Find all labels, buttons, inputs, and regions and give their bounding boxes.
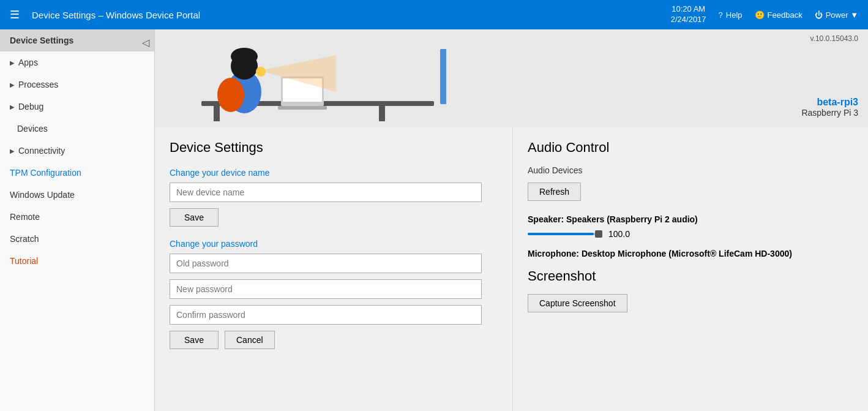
topbar: ☰ Device Settings – Windows Device Porta…: [0, 0, 868, 29]
hero-banner: v.10.0.15043.0: [155, 29, 868, 127]
sidebar-label: Scratch: [10, 234, 39, 244]
new-password-input[interactable]: [170, 279, 482, 299]
sidebar-item-scratch[interactable]: Scratch: [0, 228, 154, 250]
volume-slider[interactable]: [528, 233, 601, 235]
svg-point-5: [231, 48, 258, 65]
sidebar-label: Device Settings: [10, 36, 73, 45]
microphone-label: Microphone: Desktop Microphone (Microsof…: [528, 249, 853, 258]
sidebar-label: Processes: [18, 80, 58, 89]
screenshot-section: Screenshot Capture Screenshot: [528, 268, 853, 312]
device-name: beta-rpi3: [801, 97, 858, 108]
save-password-button[interactable]: Save: [170, 331, 219, 349]
new-device-name-input[interactable]: [170, 183, 482, 202]
help-button[interactable]: ? Help: [719, 10, 743, 20]
arrow-icon: ▶: [10, 81, 15, 88]
sidebar-item-debug[interactable]: ▶ Debug: [0, 96, 154, 118]
volume-value: 100.0: [608, 229, 630, 239]
sidebar-item-windows-update[interactable]: Windows Update: [0, 184, 154, 206]
svg-rect-10: [440, 49, 446, 104]
sidebar-item-tpm[interactable]: TPM Configuration: [0, 162, 154, 184]
save-name-button[interactable]: Save: [170, 208, 219, 227]
sidebar-label: Debug: [18, 102, 43, 111]
svg-rect-1: [214, 106, 220, 121]
sidebar-label: Connectivity: [18, 146, 65, 156]
sidebar-item-tutorial[interactable]: Tutorial: [0, 250, 154, 272]
change-name-label: Change your device name: [170, 168, 498, 178]
window-title: Device Settings – Windows Device Portal: [32, 10, 664, 20]
sidebar: ◁ Device Settings ▶ Apps ▶ Processes ▶ D…: [0, 29, 155, 411]
volume-control: 100.0: [528, 229, 853, 239]
power-button[interactable]: ⏻ Power ▼: [815, 10, 858, 20]
audio-heading: Audio Control: [528, 140, 853, 156]
volume-slider-fill: [528, 233, 594, 235]
svg-point-24: [256, 67, 266, 77]
sidebar-label: Devices: [17, 124, 48, 134]
help-icon: ?: [719, 10, 723, 20]
device-settings-form: Device Settings Change your device name …: [155, 127, 513, 411]
arrow-icon: ▶: [10, 59, 15, 66]
sidebar-label: TPM Configuration: [10, 168, 81, 178]
sidebar-label: Apps: [18, 58, 38, 67]
topbar-right: 10:20 AM 2/24/2017 ? Help 🙂 Feedback ⏻ P…: [671, 4, 858, 25]
sidebar-label: Windows Update: [10, 190, 75, 200]
old-password-input[interactable]: [170, 254, 482, 273]
device-model: Raspberry Pi 3: [801, 108, 858, 118]
capture-screenshot-button[interactable]: Capture Screenshot: [528, 294, 627, 312]
sidebar-label: Tutorial: [10, 256, 38, 266]
svg-rect-2: [379, 106, 385, 121]
sidebar-item-device-settings[interactable]: Device Settings: [0, 29, 154, 51]
audio-screenshot-panel: Audio Control Audio Devices Refresh Spea…: [513, 127, 868, 411]
feedback-button[interactable]: 🙂 Feedback: [755, 10, 803, 20]
sidebar-collapse-button[interactable]: ◁: [137, 34, 154, 51]
sidebar-item-devices[interactable]: Devices: [0, 118, 154, 140]
cancel-password-button[interactable]: Cancel: [225, 331, 275, 349]
feedback-icon: 🙂: [755, 10, 765, 20]
menu-icon[interactable]: ☰: [10, 8, 20, 21]
sidebar-item-processes[interactable]: ▶ Processes: [0, 74, 154, 96]
refresh-button[interactable]: Refresh: [528, 183, 581, 201]
hero-device-info: beta-rpi3 Raspberry Pi 3: [801, 97, 858, 123]
sidebar-label: Remote: [10, 212, 40, 222]
volume-slider-thumb[interactable]: [595, 230, 602, 238]
svg-rect-9: [278, 106, 327, 110]
date-display: 2/24/2017: [671, 15, 706, 25]
arrow-icon: ▶: [10, 104, 15, 110]
sidebar-item-remote[interactable]: Remote: [0, 206, 154, 228]
sidebar-item-apps[interactable]: ▶ Apps: [0, 51, 154, 74]
hero-illustration: [165, 31, 446, 123]
arrow-icon: ▶: [10, 148, 15, 154]
version-label: v.10.0.15043.0: [810, 34, 858, 43]
svg-point-6: [217, 78, 244, 112]
speaker-label: Speaker: Speakers (Raspberry Pi 2 audio): [528, 214, 853, 224]
time-display: 10:20 AM: [671, 4, 706, 15]
change-password-label: Change your password: [170, 239, 498, 249]
sidebar-item-connectivity[interactable]: ▶ Connectivity: [0, 140, 154, 162]
audio-devices-label: Audio Devices: [528, 165, 853, 175]
screenshot-heading: Screenshot: [528, 268, 853, 284]
datetime-display: 10:20 AM 2/24/2017: [671, 4, 706, 25]
confirm-password-input[interactable]: [170, 305, 482, 325]
panel-heading: Device Settings: [170, 140, 498, 156]
power-icon: ⏻: [815, 10, 823, 20]
